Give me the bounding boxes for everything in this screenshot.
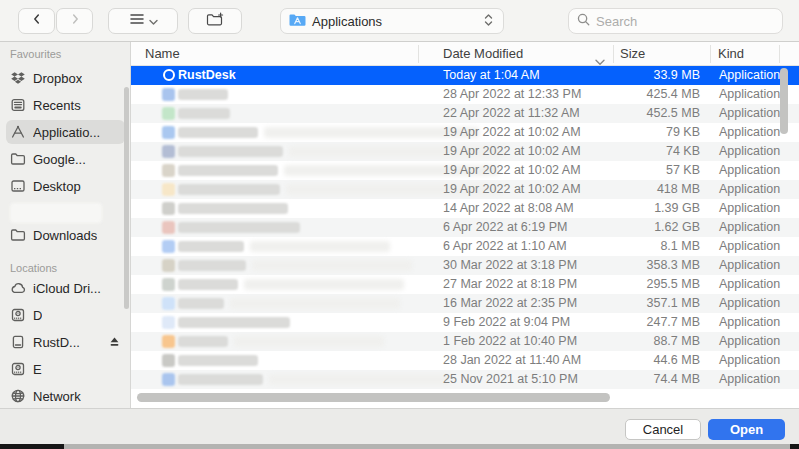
size-cell: 44.6 MB — [511, 351, 700, 370]
forward-button[interactable] — [56, 8, 93, 34]
kind-cell: Application — [719, 256, 780, 275]
updown-chevrons-icon — [482, 12, 495, 31]
redacted-file-name — [178, 127, 258, 138]
file-row[interactable]: 1 Feb 2022 at 10:40 PM88.7 MBApplication — [131, 332, 799, 351]
file-row[interactable]: 27 Mar 2022 at 8:18 PM295.5 MBApplicatio… — [131, 275, 799, 294]
new-folder-icon — [206, 12, 224, 31]
new-folder-button[interactable] — [188, 8, 242, 34]
redacted-file-name — [178, 279, 238, 290]
sidebar-item-folder-6[interactable]: Downloads — [6, 223, 125, 247]
redacted-app-icon — [162, 373, 175, 386]
size-cell: 452.5 MB — [511, 104, 700, 123]
column-divider[interactable] — [779, 45, 780, 63]
file-row[interactable]: 19 Apr 2022 at 10:02 AM57 KBApplication — [131, 161, 799, 180]
cancel-button[interactable]: Cancel — [625, 419, 701, 440]
sidebar-item-label: Google... — [33, 152, 86, 167]
column-divider[interactable] — [418, 45, 419, 63]
chevron-down-icon — [149, 12, 158, 30]
location-dropdown-label: Applications — [312, 14, 476, 29]
redacted-app-icon — [162, 335, 175, 348]
list-view-icon — [129, 12, 145, 30]
external-disk-icon — [10, 334, 26, 350]
file-row[interactable]: 6 Apr 2022 at 1:10 AM8.1 MBApplication — [131, 237, 799, 256]
file-open-dialog: Applications Search FavouritesDropboxRec… — [0, 0, 799, 444]
sidebar-item-disk-1[interactable]: D — [6, 303, 125, 327]
file-row[interactable]: 19 Apr 2022 at 10:02 AM418 MBApplication — [131, 180, 799, 199]
size-cell: 358.3 MB — [511, 256, 700, 275]
chevron-left-icon — [30, 12, 44, 30]
sidebar-item-label: Desktop — [33, 179, 81, 194]
sidebar-item-desktop-4[interactable]: Desktop — [6, 174, 125, 198]
kind-cell: Application — [719, 237, 780, 256]
sidebar-section-label: Favourites — [10, 48, 61, 60]
eject-icon[interactable] — [108, 336, 121, 348]
search-icon — [576, 12, 591, 31]
sidebar-item-external-disk-2[interactable]: RustD... — [6, 330, 125, 354]
chevron-right-icon — [68, 12, 82, 30]
column-divider[interactable] — [710, 45, 711, 63]
column-header-name[interactable]: Name — [145, 42, 180, 65]
back-button[interactable] — [18, 8, 55, 34]
redacted-app-icon — [162, 297, 175, 310]
redacted-file-name — [178, 203, 288, 214]
location-dropdown[interactable]: Applications — [280, 8, 504, 34]
column-header-kind[interactable]: Kind — [718, 42, 744, 65]
size-cell: 74.4 MB — [511, 370, 700, 389]
file-name: RustDesk — [178, 66, 236, 85]
size-cell: 295.5 MB — [511, 275, 700, 294]
redacted-file-name — [178, 222, 300, 233]
file-row[interactable]: 19 Apr 2022 at 10:02 AM79 KBApplication — [131, 123, 799, 142]
sidebar-item-label: Downloads — [33, 228, 97, 243]
redacted-app-icon — [162, 259, 175, 272]
size-cell: 88.7 MB — [511, 332, 700, 351]
kind-cell: Application — [719, 161, 780, 180]
file-row[interactable]: 16 Mar 2022 at 2:35 PM357.1 MBApplicatio… — [131, 294, 799, 313]
folder-icon — [10, 151, 26, 167]
file-row[interactable]: 19 Apr 2022 at 10:02 AM74 KBApplication — [131, 142, 799, 161]
disk-icon — [10, 307, 26, 323]
sidebar-item-recents-1[interactable]: Recents — [6, 93, 125, 117]
redacted-file-name — [178, 298, 224, 309]
sidebar-item-folder-3[interactable]: Google... — [6, 147, 125, 171]
size-cell: 1.62 GB — [511, 218, 700, 237]
file-row[interactable]: 28 Jan 2022 at 11:40 AM44.6 MBApplicatio… — [131, 351, 799, 370]
kind-cell: Application — [719, 294, 780, 313]
redacted-file-name — [178, 241, 244, 252]
folder-icon — [10, 227, 26, 243]
sidebar-item-disk-3[interactable]: E — [6, 357, 125, 381]
size-cell: 79 KB — [511, 123, 700, 142]
desktop-icon — [10, 178, 26, 194]
file-row[interactable]: 14 Apr 2022 at 8:08 AM1.39 GBApplication — [131, 199, 799, 218]
column-header-size[interactable]: Size — [620, 42, 645, 65]
redacted-file-name-faint — [230, 298, 400, 309]
open-button[interactable]: Open — [708, 419, 785, 440]
sidebar-item-redacted[interactable] — [6, 201, 125, 225]
file-row[interactable]: 28 Apr 2022 at 12:33 PM425.4 MBApplicati… — [131, 85, 799, 104]
file-row[interactable]: 22 Apr 2022 at 11:32 AM452.5 MBApplicati… — [131, 104, 799, 123]
size-cell: 8.1 MB — [511, 237, 700, 256]
redacted-app-icon — [162, 88, 175, 101]
kind-cell: Application — [719, 351, 780, 370]
view-options-button[interactable] — [108, 8, 178, 34]
redacted-app-icon — [162, 221, 175, 234]
column-header-date-modified[interactable]: Date Modified — [443, 42, 523, 65]
file-row[interactable]: 25 Nov 2021 at 5:10 PM74.4 MBApplication — [131, 370, 799, 389]
sidebar-item-cloud-0[interactable]: iCloud Dri... — [6, 276, 125, 300]
size-cell: 74 KB — [511, 142, 700, 161]
column-divider[interactable] — [613, 45, 614, 63]
sidebar-scrollbar[interactable] — [124, 87, 129, 309]
sidebar-item-globe-4[interactable]: Network — [6, 384, 125, 408]
sidebar-item-applications-2[interactable]: Applicatio... — [6, 120, 125, 144]
vertical-scrollbar[interactable] — [780, 68, 788, 134]
file-row-rustdesk[interactable]: RustDeskToday at 1:04 AM33.9 MBApplicati… — [131, 66, 799, 85]
file-row[interactable]: 30 Mar 2022 at 3:18 PM358.3 MBApplicatio… — [131, 256, 799, 275]
search-field[interactable]: Search — [568, 8, 783, 34]
horizontal-scrollbar[interactable] — [137, 393, 610, 402]
sidebar-item-label: iCloud Dri... — [33, 281, 101, 296]
file-row[interactable]: 9 Feb 2022 at 9:04 PM247.7 MBApplication — [131, 313, 799, 332]
size-cell: 418 MB — [511, 180, 700, 199]
sidebar-item-dropbox-0[interactable]: Dropbox — [6, 66, 125, 90]
sidebar-item-label: Recents — [33, 98, 81, 113]
file-row[interactable]: 6 Apr 2022 at 6:19 PM1.62 GBApplication — [131, 218, 799, 237]
size-cell: 33.9 MB — [511, 66, 700, 85]
